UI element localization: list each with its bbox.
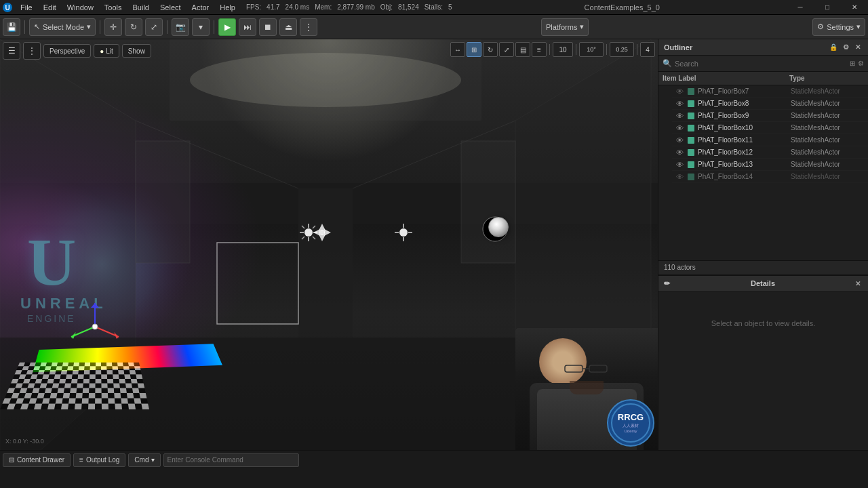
lit-circle-icon: ● bbox=[100, 47, 104, 55]
coordinate-display: X: 0.0 Y: -30.0 bbox=[5, 438, 44, 445]
item-type-3: StaticMeshActor bbox=[791, 136, 865, 144]
svg-rect-60 bbox=[688, 137, 694, 144]
grid-snap-btn[interactable]: ⊞ bbox=[467, 42, 481, 57]
viewport[interactable]: ☰ ⋮ Perspective ● Lit Show ↔ ⊞ ↻ ⤢ ▤ ≡ 1… bbox=[0, 39, 658, 450]
settings-dropdown-icon: ▾ bbox=[856, 22, 861, 31]
visibility-icon[interactable]: 👁 bbox=[675, 87, 684, 96]
mesh-icon-0 bbox=[686, 98, 696, 109]
menu-actor[interactable]: Actor bbox=[186, 0, 215, 15]
outliner-close-button[interactable]: ✕ bbox=[853, 43, 863, 52]
visibility-icon-5[interactable]: 👁 bbox=[675, 160, 684, 169]
window-title: ContentExamples_5_0 bbox=[458, 3, 787, 12]
svg-text:RRCG: RRCG bbox=[618, 412, 644, 422]
svg-point-48 bbox=[319, 230, 325, 235]
camera-dropdown[interactable]: ▾ bbox=[192, 18, 210, 36]
outliner-item-6[interactable]: 👁 PhAT_FloorBox14 StaticMeshActor bbox=[672, 171, 868, 183]
rotate-tool-button[interactable]: ↻ bbox=[125, 18, 142, 36]
save-button[interactable]: 💾 bbox=[3, 18, 20, 36]
item-label-6: PhAT_FloorBox14 bbox=[698, 173, 791, 180]
console-input[interactable] bbox=[163, 453, 299, 467]
outliner-item-0[interactable]: 👁 PhAT_FloorBox8 StaticMeshActor bbox=[672, 98, 868, 110]
svg-rect-49 bbox=[565, 365, 583, 372]
camera-speed-btn[interactable]: ≡ bbox=[532, 42, 547, 57]
menu-edit[interactable]: Edit bbox=[38, 0, 62, 15]
details-header: ✏ Details ✕ bbox=[658, 276, 868, 292]
more-play-options[interactable]: ⋮ bbox=[300, 18, 317, 36]
platforms-label: Platforms bbox=[546, 23, 577, 31]
cmd-button[interactable]: Cmd ▾ bbox=[128, 453, 161, 467]
beard bbox=[570, 381, 604, 394]
main-area: ☰ ⋮ Perspective ● Lit Show ↔ ⊞ ↻ ⤢ ▤ ≡ 1… bbox=[0, 39, 868, 450]
select-mode-button[interactable]: ↖ Select Mode ▾ bbox=[29, 18, 96, 36]
details-close-button[interactable]: ✕ bbox=[853, 279, 863, 288]
scale-snap-btn[interactable]: ⤢ bbox=[499, 42, 514, 57]
obj-value: 81,524 bbox=[398, 3, 419, 11]
perspective-button[interactable]: Perspective bbox=[43, 44, 91, 58]
viewport-options-button[interactable]: ⋮ bbox=[23, 42, 41, 60]
minimize-button[interactable]: ─ bbox=[787, 0, 814, 15]
surface-snap-btn[interactable]: ▤ bbox=[515, 42, 530, 57]
close-button[interactable]: ✕ bbox=[841, 0, 868, 15]
outliner-item-4[interactable]: 👁 PhAT_FloorBox12 StaticMeshActor bbox=[672, 146, 868, 159]
settings-button[interactable]: ⚙ Settings ▾ bbox=[812, 18, 865, 36]
scale-label[interactable]: 0.25 bbox=[610, 42, 634, 57]
outliner-item-3[interactable]: 👁 PhAT_FloorBox11 StaticMeshActor bbox=[672, 134, 868, 146]
show-button[interactable]: Show bbox=[122, 44, 151, 58]
item-label-5: PhAT_FloorBox13 bbox=[698, 161, 791, 168]
grid-label[interactable]: 10 bbox=[553, 42, 573, 57]
content-drawer-button[interactable]: ⊟ Content Drawer bbox=[3, 453, 71, 467]
svg-line-20 bbox=[71, 327, 95, 337]
menu-file[interactable]: File bbox=[15, 0, 38, 15]
translate-icon-btn[interactable]: ↔ bbox=[450, 42, 465, 57]
menu-select[interactable]: Select bbox=[155, 0, 186, 15]
search-input[interactable] bbox=[675, 60, 847, 68]
stalls-value: 5 bbox=[448, 3, 452, 11]
maximize-button[interactable]: □ bbox=[814, 0, 841, 15]
svg-line-35 bbox=[302, 226, 304, 228]
light-widget-2 bbox=[393, 222, 414, 244]
visibility-icon-2[interactable]: 👁 bbox=[675, 123, 684, 133]
menu-build[interactable]: Build bbox=[127, 0, 155, 15]
angle-label[interactable]: 10° bbox=[579, 42, 604, 57]
glasses bbox=[564, 363, 610, 374]
camera-button[interactable]: 📷 bbox=[172, 18, 189, 36]
svg-rect-63 bbox=[688, 174, 694, 180]
outliner-lock-button[interactable]: 🔒 bbox=[829, 43, 838, 52]
visibility-icon-1[interactable]: 👁 bbox=[675, 111, 684, 121]
platforms-button[interactable]: Platforms ▾ bbox=[541, 18, 589, 36]
output-log-button[interactable]: ≡ Output Log bbox=[73, 453, 125, 467]
menu-help[interactable]: Help bbox=[214, 0, 241, 15]
scale-tool-button[interactable]: ⤢ bbox=[145, 18, 163, 36]
sidebar-toggle-button[interactable]: ☰ bbox=[3, 42, 20, 60]
cmd-label: Cmd bbox=[134, 456, 149, 464]
nav-widget bbox=[312, 222, 332, 244]
svg-rect-29 bbox=[0, 363, 149, 409]
skip-button[interactable]: ⏭ bbox=[239, 18, 256, 36]
visibility-icon-4[interactable]: 👁 bbox=[675, 148, 684, 157]
transform-tool-button[interactable]: ✛ bbox=[104, 18, 122, 36]
play-button[interactable]: ▶ bbox=[218, 18, 236, 36]
item-type-0: StaticMeshActor bbox=[791, 100, 865, 107]
outliner-item-2[interactable]: 👁 PhAT_FloorBox10 StaticMeshActor bbox=[672, 122, 868, 134]
rrcg-svg: RRCG 人人素材 Udemy bbox=[610, 403, 651, 443]
visibility-icon-0[interactable]: 👁 bbox=[675, 99, 684, 108]
menu-window[interactable]: Window bbox=[62, 0, 99, 15]
mesh-icon-4 bbox=[686, 147, 696, 158]
svg-point-9 bbox=[190, 53, 461, 107]
svg-rect-58 bbox=[688, 113, 694, 119]
stop-button[interactable]: ⏹ bbox=[259, 18, 277, 36]
obj-label: Obj: bbox=[380, 3, 393, 11]
outliner-item-1[interactable]: 👁 PhAT_FloorBox9 StaticMeshActor bbox=[672, 110, 868, 122]
eject-button[interactable]: ⏏ bbox=[279, 18, 297, 36]
visibility-icon-6[interactable]: 👁 bbox=[675, 172, 684, 182]
svg-rect-56 bbox=[688, 88, 694, 95]
outliner-settings-button[interactable]: ⚙ bbox=[841, 43, 850, 52]
outliner-item-floorbox7[interactable]: 👁 PhAT_FloorBox7 StaticMeshActor bbox=[672, 85, 868, 98]
outliner-search-bar: 🔍 ⊞ ⚙ bbox=[658, 56, 868, 72]
lit-button[interactable]: ● Lit bbox=[94, 44, 119, 58]
visibility-icon-3[interactable]: 👁 bbox=[675, 136, 684, 145]
num-label[interactable]: 4 bbox=[640, 42, 655, 57]
rotate-snap-btn[interactable]: ↻ bbox=[483, 42, 498, 57]
menu-tools[interactable]: Tools bbox=[99, 0, 127, 15]
outliner-item-5[interactable]: 👁 PhAT_FloorBox13 StaticMeshActor bbox=[672, 159, 868, 171]
